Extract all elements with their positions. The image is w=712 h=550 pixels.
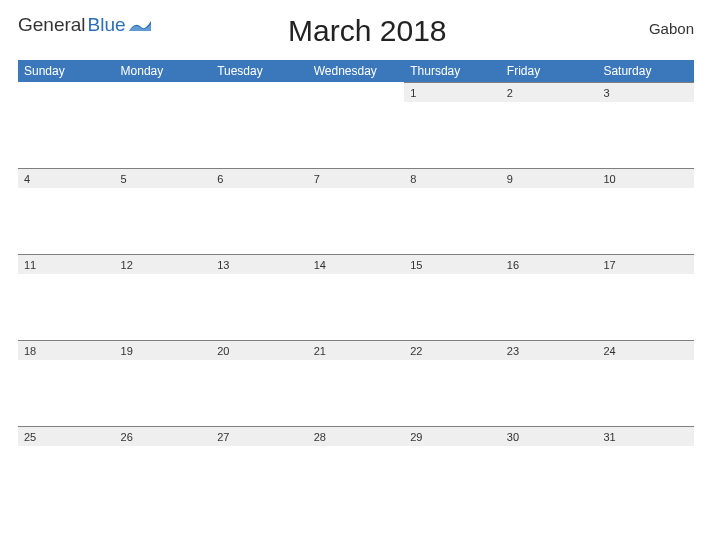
weekday-header: Monday [115, 60, 212, 82]
calendar-cell: 2 [501, 82, 598, 168]
date-body [404, 360, 501, 426]
date-body [115, 446, 212, 512]
date-number: 5 [115, 168, 212, 188]
date-body [501, 360, 598, 426]
date-body [115, 360, 212, 426]
date-body [211, 446, 308, 512]
weekday-header: Sunday [18, 60, 115, 82]
weekday-header-row: Sunday Monday Tuesday Wednesday Thursday… [18, 60, 694, 82]
date-body [18, 188, 115, 254]
calendar-grid: Sunday Monday Tuesday Wednesday Thursday… [18, 60, 694, 512]
date-number: 11 [18, 254, 115, 274]
date-body [18, 274, 115, 340]
date-body [211, 188, 308, 254]
date-body [404, 102, 501, 168]
date-number: 10 [597, 168, 694, 188]
brand-text-1: General [18, 14, 86, 36]
date-body [501, 102, 598, 168]
date-number: 26 [115, 426, 212, 446]
date-number: 15 [404, 254, 501, 274]
date-number [211, 82, 308, 102]
country-label: Gabon [584, 12, 694, 37]
calendar-cell: 8 [404, 168, 501, 254]
date-body [115, 274, 212, 340]
date-body [501, 188, 598, 254]
date-number: 23 [501, 340, 598, 360]
calendar-cell: 4 [18, 168, 115, 254]
calendar-cell: 1 [404, 82, 501, 168]
calendar-cell: 16 [501, 254, 598, 340]
date-body [308, 188, 405, 254]
calendar-cell: 21 [308, 340, 405, 426]
calendar-cell: 5 [115, 168, 212, 254]
calendar-cell: 29 [404, 426, 501, 512]
date-number: 19 [115, 340, 212, 360]
date-number: 12 [115, 254, 212, 274]
date-number: 16 [501, 254, 598, 274]
date-number: 31 [597, 426, 694, 446]
date-number: 20 [211, 340, 308, 360]
calendar-cell: 20 [211, 340, 308, 426]
calendar-cell: 17 [597, 254, 694, 340]
calendar-cell: 23 [501, 340, 598, 426]
calendar-cell: 25 [18, 426, 115, 512]
date-body [308, 102, 405, 168]
date-number: 24 [597, 340, 694, 360]
calendar-cell: 9 [501, 168, 598, 254]
brand-wave-icon [129, 17, 151, 33]
weekday-header: Saturday [597, 60, 694, 82]
calendar-cell [308, 82, 405, 168]
date-body [404, 274, 501, 340]
date-number [18, 82, 115, 102]
date-body [18, 102, 115, 168]
calendar-week-row: 11121314151617 [18, 254, 694, 340]
calendar-cell: 11 [18, 254, 115, 340]
date-number: 3 [597, 82, 694, 102]
calendar-week-row: 25262728293031 [18, 426, 694, 512]
calendar-body: 1234567891011121314151617181920212223242… [18, 82, 694, 512]
date-body [308, 360, 405, 426]
weekday-header: Wednesday [308, 60, 405, 82]
date-body [308, 274, 405, 340]
date-body [404, 446, 501, 512]
date-number [308, 82, 405, 102]
header: GeneralBlue March 2018 Gabon [18, 12, 694, 54]
date-number: 22 [404, 340, 501, 360]
weekday-header: Thursday [404, 60, 501, 82]
date-number: 7 [308, 168, 405, 188]
date-number: 18 [18, 340, 115, 360]
date-number: 29 [404, 426, 501, 446]
date-body [308, 446, 405, 512]
date-body [597, 446, 694, 512]
date-body [597, 360, 694, 426]
calendar-cell: 28 [308, 426, 405, 512]
date-number: 9 [501, 168, 598, 188]
date-body [597, 102, 694, 168]
date-number: 6 [211, 168, 308, 188]
calendar-cell: 19 [115, 340, 212, 426]
calendar-cell: 15 [404, 254, 501, 340]
date-body [211, 274, 308, 340]
date-body [211, 360, 308, 426]
date-number: 1 [404, 82, 501, 102]
calendar-title: March 2018 [151, 12, 584, 48]
date-body [211, 102, 308, 168]
date-number: 28 [308, 426, 405, 446]
calendar-cell: 26 [115, 426, 212, 512]
date-body [115, 188, 212, 254]
calendar-cell: 7 [308, 168, 405, 254]
calendar-cell: 6 [211, 168, 308, 254]
calendar-cell: 22 [404, 340, 501, 426]
date-number: 25 [18, 426, 115, 446]
calendar-cell [211, 82, 308, 168]
brand-text-2: Blue [88, 14, 126, 36]
date-body [597, 188, 694, 254]
date-body [18, 360, 115, 426]
weekday-header: Friday [501, 60, 598, 82]
calendar-cell: 30 [501, 426, 598, 512]
brand-logo: GeneralBlue [18, 12, 151, 36]
date-number [115, 82, 212, 102]
calendar-cell: 13 [211, 254, 308, 340]
date-body [404, 188, 501, 254]
date-number: 27 [211, 426, 308, 446]
